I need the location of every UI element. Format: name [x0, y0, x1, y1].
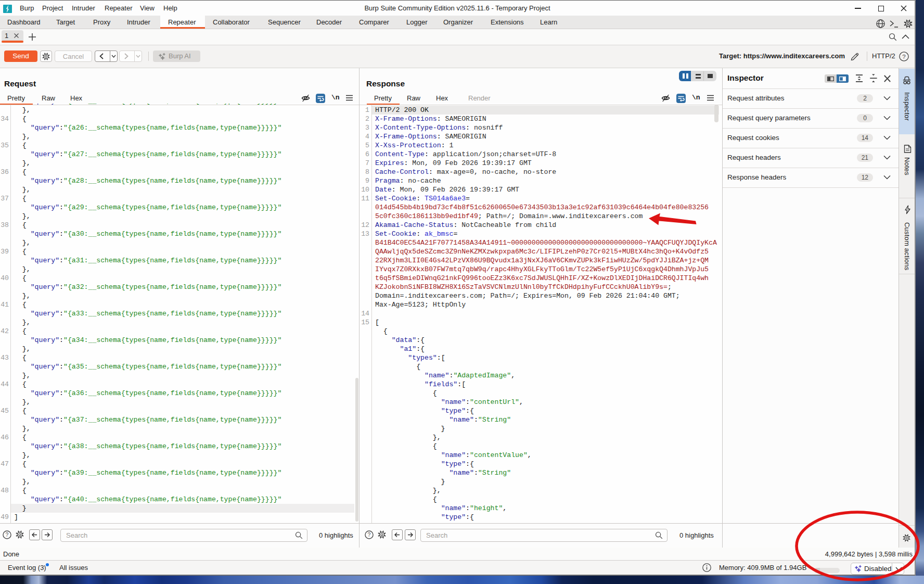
svg-text:?: ?	[902, 54, 905, 60]
